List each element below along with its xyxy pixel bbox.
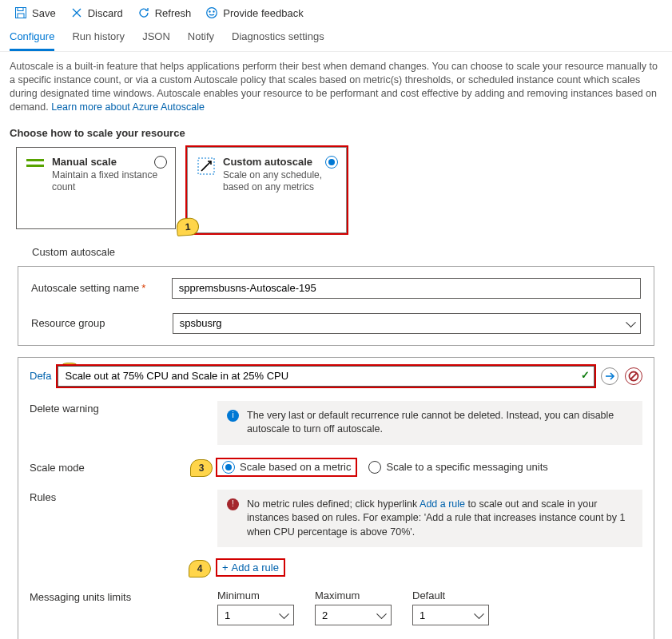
default-label: Default xyxy=(412,589,489,601)
delete-warning-text: The very last or default recurrence rule… xyxy=(247,409,633,437)
svg-rect-2 xyxy=(18,14,24,18)
resource-group-select[interactable]: spsbusrg xyxy=(173,313,641,334)
refresh-label: Refresh xyxy=(155,7,192,19)
apply-button[interactable] xyxy=(601,367,618,385)
close-icon xyxy=(70,6,83,19)
info-icon: i xyxy=(227,410,239,422)
svg-rect-8 xyxy=(26,159,44,161)
svg-point-6 xyxy=(209,11,210,12)
scale-mode-label: Scale mode xyxy=(30,460,217,474)
manual-title: Manual scale xyxy=(52,156,165,168)
save-label: Save xyxy=(32,7,56,19)
choose-scale-title: Choose how to scale your resource xyxy=(0,119,672,144)
svg-rect-0 xyxy=(16,8,26,18)
tab-notify[interactable]: Notify xyxy=(188,30,214,51)
feedback-button[interactable]: Provide feedback xyxy=(205,6,303,19)
radio-custom[interactable] xyxy=(325,156,338,169)
scale-condition-panel: Defa 2 ✓ Delete warning i The very last … xyxy=(18,357,654,640)
check-icon: ✓ xyxy=(581,369,590,381)
plus-icon: + xyxy=(222,562,229,574)
custom-autoscale-icon xyxy=(197,156,215,224)
callout-4: 4 xyxy=(189,560,211,577)
delete-warning-label: Delete warning xyxy=(30,401,217,415)
manual-desc: Maintain a fixed instance count xyxy=(52,169,165,193)
refresh-icon xyxy=(137,6,150,19)
scale-mode-metric[interactable]: Scale based on a metric xyxy=(222,461,351,474)
discard-label: Discard xyxy=(88,7,123,19)
callout-3: 3 xyxy=(190,459,213,477)
scale-mode-metric-label: Scale based on a metric xyxy=(240,461,351,473)
tab-configure[interactable]: Configure xyxy=(10,30,54,51)
max-label: Maximum xyxy=(315,589,392,601)
intro-text: Autoscale is a built-in feature that hel… xyxy=(0,52,672,119)
tab-run-history[interactable]: Run history xyxy=(72,30,125,51)
feedback-icon xyxy=(205,6,218,19)
custom-title: Custom autoscale xyxy=(223,156,336,168)
setting-name-input[interactable] xyxy=(172,278,641,299)
svg-line-12 xyxy=(630,373,637,379)
tab-diagnostics[interactable]: Diagnostics settings xyxy=(232,30,324,51)
setting-name-label: Autoscale setting name* xyxy=(31,282,172,294)
rules-label: Rules xyxy=(30,490,217,503)
radio-manual[interactable] xyxy=(154,156,167,169)
min-select[interactable]: 1 xyxy=(217,605,294,625)
condition-name-input[interactable] xyxy=(58,366,594,387)
scale-mode-specific-label: Scale to a specific messaging units xyxy=(386,461,547,473)
svg-rect-9 xyxy=(26,165,44,167)
learn-more-link[interactable]: Learn more about Azure Autoscale xyxy=(51,101,205,113)
scale-mode-specific[interactable]: Scale to a specific messaging units xyxy=(368,461,547,474)
save-button[interactable]: Save xyxy=(14,6,56,19)
refresh-button[interactable]: Refresh xyxy=(137,6,192,19)
callout-1: 1 xyxy=(176,217,199,236)
resource-group-label: Resource group xyxy=(31,317,173,329)
rules-info-box: ! No metric rules defined; click hyperli… xyxy=(217,490,642,548)
svg-point-7 xyxy=(213,11,214,12)
rules-msg-before: No metric rules defined; click hyperlink xyxy=(247,498,420,510)
card-custom-autoscale[interactable]: 1 Custom autoscale Scale on any schedule… xyxy=(187,147,347,233)
max-select[interactable]: 2 xyxy=(315,605,392,625)
add-rule-inline-link[interactable]: Add a rule xyxy=(420,498,465,510)
tab-json[interactable]: JSON xyxy=(142,30,170,51)
discard-button[interactable]: Discard xyxy=(70,6,123,19)
add-rule-link[interactable]: + Add a rule xyxy=(222,562,279,574)
delete-warning-box: i The very last or default recurrence ru… xyxy=(217,401,642,445)
custom-desc: Scale on any schedule, based on any metr… xyxy=(223,169,336,193)
manual-scale-icon xyxy=(26,156,44,220)
warning-icon: ! xyxy=(227,498,239,510)
svg-point-5 xyxy=(207,8,217,18)
feedback-label: Provide feedback xyxy=(223,7,303,19)
default-select[interactable]: 1 xyxy=(412,605,489,625)
min-label: Minimum xyxy=(217,589,294,601)
settings-panel: Autoscale setting name* Resource group s… xyxy=(18,266,654,346)
card-manual-scale[interactable]: Manual scale Maintain a fixed instance c… xyxy=(16,147,176,229)
tab-bar: Configure Run history JSON Notify Diagno… xyxy=(0,26,672,52)
svg-rect-1 xyxy=(18,8,23,11)
custom-autoscale-heading: Custom autoscale xyxy=(0,233,672,263)
limits-label: Messaging units limits xyxy=(30,589,217,603)
cancel-button[interactable] xyxy=(625,367,642,385)
default-condition-label: Defa xyxy=(30,370,51,382)
save-icon xyxy=(14,6,27,19)
